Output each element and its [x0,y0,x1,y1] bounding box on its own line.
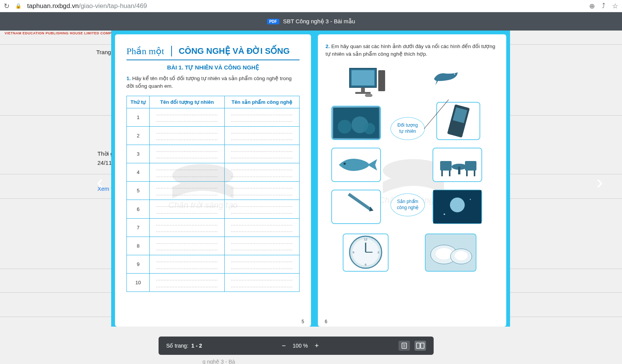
bg-date: 24/11 [97,159,112,166]
svg-rect-49 [421,343,424,348]
star-icon[interactable]: ☆ [612,2,618,10]
url-path: /giao-vien/tap-huan/469 [79,2,147,10]
single-page-button[interactable] [398,341,410,351]
url-host: taphuan.nxbgd.vn [27,2,79,10]
lock-icon: 🔒 [15,3,21,9]
zoom-level: 100 % [293,343,308,349]
page-number-right: 6 [325,319,327,324]
browser-toolbar: ↻ 🔒 taphuan.nxbgd.vn/giao-vien/tap-huan/… [0,0,622,12]
zoom-icon[interactable]: ⊕ [589,2,595,10]
pdf-badge: PDF [267,19,279,24]
url-text[interactable]: taphuan.nxbgd.vn/giao-vien/tap-huan/469 [27,2,147,10]
under-text: g nghệ 3 - Bà [202,359,235,364]
zoom-out-button[interactable]: − [282,342,286,350]
prev-page-button[interactable]: ‹ [97,171,103,193]
viewer-click-area[interactable] [111,31,510,305]
next-page-button[interactable]: › [596,171,603,193]
zoom-in-button[interactable]: + [315,342,319,350]
svg-rect-48 [416,343,420,348]
bg-trang: Trang [96,49,111,55]
pdf-header: PDF SBT Công nghệ 3 - Bài mẫu [0,12,622,31]
browser-right-icons: ⊕ ⤴ ☆ [589,2,618,10]
pdf-title: SBT Công nghệ 3 - Bài mẫu [283,18,355,25]
pdf-toolbar: Số trang: 1 - 2 − 100 % + [159,337,434,355]
page-indicator[interactable]: Số trang: 1 - 2 [166,343,202,349]
reload-icon[interactable]: ↻ [4,2,10,10]
page-number-left: 5 [301,319,304,324]
share-icon[interactable]: ⤴ [602,2,605,10]
two-page-button[interactable] [415,341,426,351]
